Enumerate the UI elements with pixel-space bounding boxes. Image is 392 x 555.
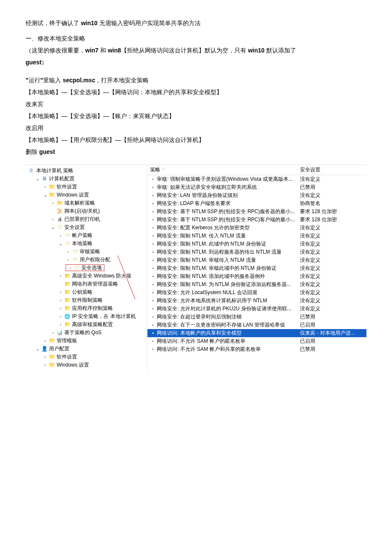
- policy-row[interactable]: 网络访问: 不允许 SAM 帐户的匿名枚举已启用: [147, 337, 366, 345]
- expand-icon[interactable]: ›: [58, 304, 63, 312]
- setting-cell: 已启用: [297, 337, 366, 345]
- tree-audit-policy[interactable]: ›审核策略: [66, 248, 147, 256]
- policy-cell: 网络安全: LAN 管理器身份验证级别: [147, 191, 297, 199]
- expand-icon[interactable]: ›: [43, 337, 48, 345]
- policy-row[interactable]: 网络安全: LDAP 客户端签名要求协商签名: [147, 199, 366, 208]
- policy-cell: 网络安全: 限制 NTLM: 添加此域中的服务器例外: [147, 272, 297, 280]
- expand-icon[interactable]: ›: [66, 248, 71, 256]
- expand-icon[interactable]: ›: [58, 272, 63, 280]
- setting-cell: 没有定义: [297, 224, 366, 232]
- computer-icon: [41, 176, 48, 182]
- policy-row[interactable]: 网络安全: 配置 Kerberos 允许的加密类型没有定义: [147, 224, 366, 232]
- policy-row[interactable]: 网络安全: 基于 NTLM SSP 的(包括安全 RPC)客户端的最小...要求…: [147, 216, 366, 224]
- policy-item-icon: [150, 280, 156, 289]
- policy-cell: 网络安全: 限制 NTLM: 审核此域中的 NTLM 身份验证: [147, 264, 297, 272]
- col-header-policy[interactable]: 策略⌃: [147, 165, 297, 175]
- tree-network-list[interactable]: 网络列表管理器策略: [58, 280, 147, 288]
- tree-ipsec[interactable]: ›IP 安全策略，在 本地计算机: [58, 312, 147, 321]
- expand-icon[interactable]: ›: [58, 321, 63, 329]
- policy-row[interactable]: 审核: 如果无法记录安全审核则立即关闭系统已禁用: [147, 183, 366, 191]
- expand-icon[interactable]: ⌄: [35, 345, 40, 353]
- tree-app-control[interactable]: ›应用程序控制策略: [58, 304, 147, 312]
- policy-item-icon: [150, 272, 156, 280]
- policy-item-icon: [150, 240, 156, 248]
- chart-icon: [56, 330, 63, 336]
- policy-row[interactable]: 网络安全: 在下一次更改密码时不存储 LAN 管理器哈希值已启用: [147, 321, 366, 329]
- expand-icon[interactable]: ›: [50, 199, 55, 207]
- tree-user-config[interactable]: ⌄用户配置 ›软件设置 ›Windows 设置: [35, 345, 147, 369]
- shield-icon: [72, 257, 78, 263]
- tree-software-restriction[interactable]: ›软件限制策略: [58, 296, 147, 304]
- policy-row[interactable]: 网络安全: 基于 NTLM SSP 的(包括安全 RPC)服务器的最小...要求…: [147, 208, 366, 216]
- expand-icon[interactable]: ›: [58, 288, 63, 296]
- policy-item-icon: [150, 297, 156, 305]
- expand-icon[interactable]: ›: [58, 312, 63, 321]
- policy-row[interactable]: 网络安全: 限制 NTLM: 审核传入 NTLM 流量没有定义: [147, 256, 366, 264]
- setting-cell: 没有定义: [297, 248, 366, 256]
- policy-row[interactable]: 网络访问: 本地帐户的共享和安全模型仅来宾 - 对本地用户进...: [147, 329, 366, 337]
- folder-icon: [49, 338, 55, 344]
- folder-icon: [49, 362, 55, 368]
- policy-row[interactable]: 网络安全: 允许对此计算机的 PKU2U 身份验证请求使用联...没有定义: [147, 305, 366, 313]
- tree-firewall[interactable]: ›高级安全 Windows 防火墙: [58, 272, 147, 280]
- path-3-result: 删除 guest: [26, 146, 366, 158]
- tree-software-settings[interactable]: ›软件设置: [43, 183, 147, 191]
- policy-row[interactable]: 网络安全: 限制 NTLM: 添加此域中的服务器例外没有定义: [147, 272, 366, 280]
- policy-row[interactable]: 网络访问: 不允许 SAM 帐户和共享的匿名枚举已禁用: [147, 345, 366, 353]
- folder-icon: [64, 298, 71, 304]
- tree-printers[interactable]: ›已部署的打印机: [50, 215, 147, 223]
- sort-icon: ⌃: [162, 168, 165, 172]
- tree-dns-policy[interactable]: ›域名解析策略: [50, 199, 147, 207]
- setting-cell: 没有定义: [297, 305, 366, 313]
- policy-row[interactable]: 网络安全: 限制 NTLM: 此域中的 NTLM 身份验证没有定义: [147, 240, 366, 248]
- folder-icon: [49, 354, 55, 360]
- tree-admin-templates[interactable]: ›管理模板: [43, 337, 147, 345]
- shield-icon: [72, 249, 78, 255]
- policy-row[interactable]: 网络安全: 在超过登录时间后强制注销已禁用: [147, 313, 366, 321]
- tree-local-policies[interactable]: ⌄本地策略 ›审核策略 ›用户权限分配 ›安全选项: [58, 240, 147, 272]
- col-header-setting[interactable]: 安全设置: [297, 165, 366, 175]
- policy-row[interactable]: 审核: 强制审核策略子类别设置(Windows Vista 或更高版本...没有…: [147, 175, 366, 183]
- expand-icon[interactable]: ⌄: [43, 191, 48, 199]
- tree-user-windows[interactable]: ›Windows 设置: [43, 361, 147, 369]
- expand-icon[interactable]: ›: [43, 361, 48, 369]
- expand-icon[interactable]: ›: [58, 231, 63, 240]
- folder-icon: [56, 200, 63, 206]
- tree-scripts[interactable]: 脚本(启动/关机): [50, 207, 147, 215]
- expand-icon[interactable]: ›: [67, 264, 72, 272]
- policy-row[interactable]: 网络安全: 限制 NTLM: 为 NTLM 身份验证添加远程服务器...没有定义: [147, 280, 366, 289]
- expand-icon[interactable]: ›: [66, 256, 71, 264]
- policy-row[interactable]: 网络安全: 限制 NTLM: 到远程服务器的传出 NTLM 流量没有定义: [147, 248, 366, 256]
- policy-row[interactable]: 网络安全: 限制 NTLM: 审核此域中的 NTLM 身份验证没有定义: [147, 264, 366, 272]
- screenshot-region: 本地计算机 策略 ⌄计算机配置 ›软件设置 ⌄Windows 设置 ›域名解析策…: [26, 165, 366, 371]
- path-1: 【本地策略】—【安全选项】—【网络访问：本地账户的共享和安全模型】: [26, 86, 366, 98]
- expand-icon[interactable]: ⌄: [58, 240, 63, 248]
- policy-row[interactable]: 网络安全: 允许本地系统将计算机标识用于 NTLM没有定义: [147, 297, 366, 305]
- tree-account-policies[interactable]: ›帐户策略: [58, 231, 147, 240]
- policy-row[interactable]: 网络安全: LAN 管理器身份验证级别没有定义: [147, 191, 366, 199]
- tree-qos[interactable]: ›基于策略的 QoS: [50, 329, 147, 337]
- tree-security-settings[interactable]: ⌄安全设置 ›帐户策略 ⌄本地策略 ›审核策略 ›用户权限分配: [50, 223, 147, 329]
- expand-icon[interactable]: ›: [58, 296, 63, 304]
- script-icon: [56, 208, 63, 214]
- run-instruction: "运行"里输入 secpol.msc，打开本地安全策略: [26, 74, 366, 86]
- expand-icon[interactable]: ›: [50, 329, 55, 337]
- policy-row[interactable]: 网络安全: 限制 NTLM: 传入 NTLM 流量没有定义: [147, 232, 366, 240]
- tree-user-rights[interactable]: ›用户权限分配: [66, 256, 147, 264]
- mmc-icon: [28, 168, 35, 174]
- tree-security-options[interactable]: ›安全选项: [66, 264, 147, 272]
- expand-icon[interactable]: ›: [43, 353, 48, 361]
- expand-icon[interactable]: ›: [43, 183, 48, 191]
- tree-root[interactable]: 本地计算机 策略 ⌄计算机配置 ›软件设置 ⌄Windows 设置 ›域名解析策…: [27, 167, 147, 369]
- policy-cell: 网络安全: 限制 NTLM: 到远程服务器的传出 NTLM 流量: [147, 248, 297, 256]
- expand-icon[interactable]: ⌄: [50, 223, 55, 231]
- policy-row[interactable]: 网络安全: 允许 LocalSystem NULL 会话回退没有定义: [147, 289, 366, 297]
- tree-advanced-audit[interactable]: ›高级审核策略配置: [58, 321, 147, 329]
- expand-icon[interactable]: ⌄: [35, 175, 40, 183]
- policy-item-icon: [150, 264, 156, 272]
- intro-line-2: （这里的修改很重要，win7 和 win8【拒绝从网络访问这台计算机】默认为空，…: [26, 44, 366, 56]
- expand-icon[interactable]: ›: [50, 215, 55, 223]
- tree-windows-settings[interactable]: ⌄Windows 设置 ›域名解析策略 脚本(启动/关机) ›已部署的打印机 ⌄…: [43, 191, 147, 337]
- tree-user-software[interactable]: ›软件设置: [43, 353, 147, 361]
- tree-computer-config[interactable]: ⌄计算机配置 ›软件设置 ⌄Windows 设置 ›域名解析策略 脚本(启动/关…: [35, 175, 147, 345]
